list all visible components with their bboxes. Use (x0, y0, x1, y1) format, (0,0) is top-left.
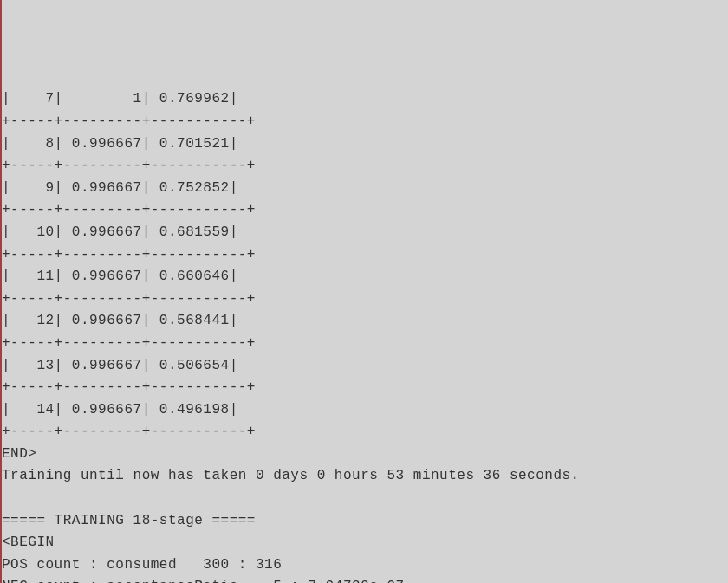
table-separator: +-----+---------+-----------+ (2, 113, 256, 129)
training-time-line: Training until now has taken 0 days 0 ho… (2, 468, 580, 483)
table-separator: +-----+---------+-----------+ (2, 158, 256, 173)
begin-marker: <BEGIN (2, 534, 55, 550)
stage-header: ===== TRAINING 18-stage ===== (2, 513, 256, 528)
table-separator: +-----+---------+-----------+ (2, 247, 256, 262)
table-row: | 12| 0.996667| 0.568441| (2, 313, 238, 328)
table-row: | 7| 1| 0.769962| (2, 91, 238, 107)
pos-count-line: POS count : consumed 300 : 316 (2, 557, 282, 573)
neg-count-line: NEG count : acceptanceRatio 5 : 7.94729e… (2, 579, 405, 583)
table-separator: +-----+---------+-----------+ (2, 202, 256, 217)
table-separator: +-----+---------+-----------+ (2, 424, 256, 439)
table-row: | 8| 0.996667| 0.701521| (2, 136, 238, 152)
table-row: | 9| 0.996667| 0.752852| (2, 180, 238, 196)
end-marker: END> (2, 446, 36, 462)
table-separator: +-----+---------+-----------+ (2, 335, 256, 351)
terminal-output: | 7| 1| 0.769962| +-----+---------+-----… (2, 88, 728, 583)
table-row: | 11| 0.996667| 0.660646| (2, 269, 238, 284)
table-separator: +-----+---------+-----------+ (2, 291, 256, 307)
table-row: | 13| 0.996667| 0.506654| (2, 358, 238, 373)
table-separator: +-----+---------+-----------+ (2, 379, 256, 395)
table-row: | 14| 0.996667| 0.496198| (2, 402, 238, 418)
table-row: | 10| 0.996667| 0.681559| (2, 224, 238, 240)
